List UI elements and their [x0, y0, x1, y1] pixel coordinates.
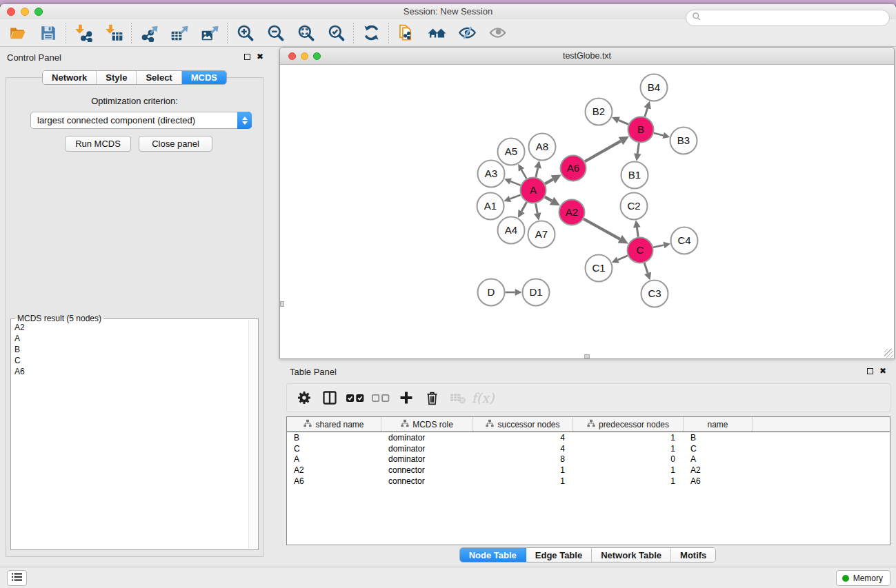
open-icon[interactable] — [3, 22, 33, 44]
column-header[interactable]: name — [684, 417, 753, 432]
graph-node-D[interactable]: D — [478, 279, 505, 306]
table-cell[interactable]: C — [684, 444, 753, 454]
delete-icon[interactable] — [421, 387, 442, 408]
graph-node-A2[interactable]: A2 — [559, 200, 585, 225]
zoom-in-icon[interactable] — [230, 22, 260, 44]
table-cell[interactable]: 1 — [573, 444, 684, 454]
refresh-icon[interactable] — [356, 22, 386, 44]
graph-node-D1[interactable]: D1 — [523, 279, 550, 306]
graph-node-A3[interactable]: A3 — [478, 161, 505, 187]
table-cell[interactable]: B — [287, 433, 381, 443]
graph-node-A5[interactable]: A5 — [498, 139, 525, 165]
column-header[interactable]: successor nodes — [473, 417, 573, 432]
graph-node-A1[interactable]: A1 — [477, 193, 504, 220]
graph-node-C[interactable]: C — [628, 238, 653, 263]
table-row[interactable]: Adominator80A — [287, 454, 890, 465]
export-table-icon[interactable] — [164, 22, 195, 44]
tab-network-table[interactable]: Network Table — [592, 548, 671, 562]
table-cell[interactable]: 1 — [573, 465, 684, 475]
zoom-selected-icon[interactable] — [321, 22, 351, 44]
tab-motifs[interactable]: Motifs — [671, 548, 715, 562]
table-row[interactable]: Cdominator41C — [287, 443, 890, 454]
memory-button[interactable]: Memory — [836, 570, 890, 586]
graph-node-A6[interactable]: A6 — [561, 156, 586, 181]
table-cell[interactable]: dominator — [381, 444, 473, 454]
network-canvas[interactable]: AA1A2A3A4A5A6A7A8BB1B2B3B4CC1C2C3C4DD1 — [280, 65, 894, 358]
import-table-icon[interactable] — [99, 22, 129, 44]
tab-select[interactable]: Select — [137, 71, 181, 84]
graph-node-B[interactable]: B — [628, 117, 654, 143]
table-row[interactable]: Bdominator41B — [287, 432, 890, 443]
select-all-icon[interactable] — [345, 387, 366, 408]
mcds-result-item[interactable]: A — [13, 333, 247, 344]
close-panel-button[interactable]: Close panel — [139, 136, 212, 152]
deselect-all-icon[interactable] — [370, 387, 391, 408]
table-cell[interactable]: A — [287, 454, 381, 464]
table-cell[interactable]: 1 — [473, 476, 573, 486]
search-field[interactable] — [686, 10, 890, 26]
table-cell[interactable]: A6 — [287, 476, 381, 486]
save-icon[interactable] — [33, 22, 63, 44]
show-hide-view-icon[interactable] — [482, 22, 512, 44]
graph-node-C1[interactable]: C1 — [586, 255, 613, 282]
close-panel-icon[interactable]: ✖ — [257, 53, 263, 60]
home-icon[interactable] — [421, 22, 452, 44]
table-cell[interactable]: connector — [381, 465, 473, 475]
graph-node-B4[interactable]: B4 — [641, 74, 668, 101]
table-cell[interactable]: 1 — [473, 465, 573, 475]
graph-node-A[interactable]: A — [521, 178, 546, 203]
graph-node-B2[interactable]: B2 — [586, 99, 613, 125]
toggle-graphics-details-icon[interactable] — [452, 22, 482, 44]
table-cell[interactable]: A2 — [684, 465, 753, 475]
table-cell[interactable]: dominator — [381, 454, 473, 464]
graph-node-A7[interactable]: A7 — [528, 221, 555, 248]
table-cell[interactable]: 4 — [473, 444, 573, 454]
zoom-out-icon[interactable] — [260, 22, 290, 44]
table-row[interactable]: A2connector11A2 — [287, 465, 890, 476]
mcds-result-item[interactable]: A2 — [13, 322, 247, 333]
close-table-panel-icon[interactable]: ✖ — [879, 367, 886, 374]
search-input[interactable] — [701, 12, 889, 24]
graph-node-B1[interactable]: B1 — [621, 162, 648, 189]
resize-grip-icon[interactable] — [884, 349, 893, 358]
result-scrollbar[interactable] — [248, 320, 257, 549]
mcds-result-item[interactable]: B — [13, 344, 247, 355]
mcds-result-item[interactable]: A6 — [13, 366, 247, 377]
criterion-dropdown[interactable]: largest connected component (directed) — [30, 112, 252, 129]
column-header[interactable]: predecessor nodes — [573, 417, 684, 432]
open-network-file-icon[interactable] — [391, 22, 421, 44]
table-cell[interactable]: 1 — [573, 476, 684, 486]
mcds-result-item[interactable]: C — [13, 355, 247, 366]
graph-node-A8[interactable]: A8 — [529, 134, 556, 161]
network-frame-titlebar[interactable]: testGlobe.txt — [280, 48, 894, 65]
float-table-panel-icon[interactable] — [867, 368, 873, 374]
export-image-icon[interactable] — [195, 22, 225, 44]
graph-node-A4[interactable]: A4 — [498, 217, 525, 244]
table-cell[interactable]: 0 — [573, 454, 684, 464]
graph-node-C2[interactable]: C2 — [621, 193, 648, 220]
column-header[interactable]: shared name — [287, 417, 381, 432]
table-cell[interactable]: A — [684, 454, 753, 464]
graph-node-C3[interactable]: C3 — [641, 281, 668, 307]
tab-network[interactable]: Network — [43, 71, 97, 84]
tab-edge-table[interactable]: Edge Table — [526, 548, 592, 562]
zoom-fit-icon[interactable] — [290, 22, 321, 44]
settings-icon[interactable] — [294, 387, 315, 408]
column-header[interactable]: MCDS role — [381, 417, 473, 432]
run-mcds-button[interactable]: Run MCDS — [65, 136, 131, 152]
table-cell[interactable]: dominator — [381, 433, 473, 443]
table-cell[interactable]: 1 — [573, 433, 684, 443]
table-cell[interactable]: A2 — [287, 465, 381, 475]
table-cell[interactable]: 4 — [473, 433, 573, 443]
graph-node-B3[interactable]: B3 — [670, 128, 697, 154]
table-cell[interactable]: C — [287, 444, 381, 454]
add-icon[interactable] — [396, 387, 417, 408]
bottom-scroll-thumb[interactable] — [584, 354, 590, 358]
table-cell[interactable]: connector — [381, 476, 473, 486]
export-network-icon[interactable] — [134, 22, 164, 44]
tab-node-table[interactable]: Node Table — [460, 548, 526, 562]
columns-icon[interactable] — [319, 387, 340, 408]
left-scroll-thumb[interactable] — [280, 301, 284, 307]
table-row[interactable]: A6connector11A6 — [287, 476, 890, 487]
tab-style[interactable]: Style — [97, 71, 137, 84]
